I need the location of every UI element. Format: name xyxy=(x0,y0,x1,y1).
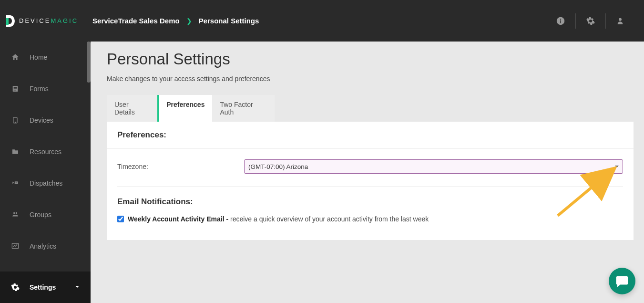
main-layout: Home Forms Devices Resources Dispatches … xyxy=(0,42,644,303)
main-content: Personal Settings Make changes to your a… xyxy=(91,42,644,303)
sidebar-item-settings[interactable]: Settings xyxy=(0,272,91,303)
sidebar-item-forms[interactable]: Forms xyxy=(0,73,91,104)
svg-point-3 xyxy=(619,18,622,21)
sidebar-item-devices[interactable]: Devices xyxy=(0,104,91,136)
sidebar-item-groups[interactable]: Groups xyxy=(0,199,91,230)
analytics-icon xyxy=(10,242,20,250)
tab-user-details[interactable]: User Details xyxy=(107,95,157,122)
tabs: User Details Preferences Two Factor Auth xyxy=(107,95,275,122)
chat-widget-button[interactable] xyxy=(609,268,635,294)
sidebar-item-dispatches[interactable]: Dispatches xyxy=(0,167,91,199)
sidebar-item-label: Settings xyxy=(30,283,56,291)
breadcrumb-org[interactable]: ServiceTrade Sales Demo xyxy=(92,17,180,25)
timezone-select[interactable]: (GMT-07:00) Arizona xyxy=(244,159,623,174)
sidebar-item-label: Analytics xyxy=(30,242,56,250)
section-divider xyxy=(107,148,634,149)
preferences-panel: Preferences: Timezone: (GMT-07:00) Arizo… xyxy=(107,122,634,240)
sidebar-item-label: Resources xyxy=(30,148,61,156)
svg-point-2 xyxy=(560,19,561,20)
folder-icon xyxy=(10,148,20,156)
page-title: Personal Settings xyxy=(107,50,634,68)
sidebar-scrollbar[interactable] xyxy=(87,42,91,83)
preferences-section-title: Preferences: xyxy=(117,130,623,140)
tab-two-factor-auth[interactable]: Two Factor Auth xyxy=(212,95,275,122)
svg-rect-7 xyxy=(14,90,16,90)
tab-preferences[interactable]: Preferences xyxy=(157,95,212,122)
gear-icon[interactable] xyxy=(576,13,605,29)
sidebar-item-resources[interactable]: Resources xyxy=(0,136,91,167)
sidebar: Home Forms Devices Resources Dispatches … xyxy=(0,42,91,303)
weekly-email-checkbox[interactable] xyxy=(117,216,124,222)
logo-mark-icon xyxy=(5,14,15,28)
header-actions xyxy=(546,13,634,29)
devices-icon xyxy=(10,115,20,125)
gear-icon xyxy=(10,283,20,292)
svg-rect-5 xyxy=(14,87,17,88)
svg-rect-6 xyxy=(14,88,17,89)
email-notifications-section-title: Email Notifications: xyxy=(117,197,623,207)
chevron-right-icon: ❯ xyxy=(186,17,192,25)
breadcrumb: ServiceTrade Sales Demo ❯ Personal Setti… xyxy=(92,17,259,25)
svg-point-9 xyxy=(15,122,15,123)
breadcrumb-page: Personal Settings xyxy=(199,17,259,25)
svg-point-12 xyxy=(16,212,18,214)
brand-text: DEVICEMAGIC xyxy=(19,17,78,24)
weekly-email-row: Weekly Account Activity Email - receive … xyxy=(117,215,623,223)
brand-logo[interactable]: DEVICEMAGIC xyxy=(5,14,78,28)
chat-icon xyxy=(615,274,629,288)
sidebar-item-label: Dispatches xyxy=(30,179,62,187)
top-header: DEVICEMAGIC ServiceTrade Sales Demo ❯ Pe… xyxy=(0,0,644,42)
sidebar-item-analytics[interactable]: Analytics xyxy=(0,230,91,262)
groups-icon xyxy=(10,211,20,218)
timezone-label: Timezone: xyxy=(117,163,244,170)
forms-icon xyxy=(10,84,20,93)
svg-rect-1 xyxy=(560,20,561,23)
sidebar-item-home[interactable]: Home xyxy=(0,42,91,73)
sidebar-item-label: Groups xyxy=(30,211,51,219)
chevron-down-icon xyxy=(74,283,80,291)
sidebar-item-label: Forms xyxy=(30,85,49,93)
weekly-email-label: Weekly Account Activity Email - receive … xyxy=(128,215,429,223)
info-icon[interactable] xyxy=(546,13,575,29)
svg-point-11 xyxy=(13,212,15,214)
home-icon xyxy=(10,53,20,62)
page-subtitle: Make changes to your access settings and… xyxy=(107,75,634,83)
timezone-field-row: Timezone: (GMT-07:00) Arizona xyxy=(117,159,623,187)
sidebar-item-label: Home xyxy=(30,53,47,61)
dispatches-icon xyxy=(10,180,20,187)
user-icon[interactable] xyxy=(606,13,634,29)
sidebar-item-label: Devices xyxy=(30,116,53,124)
